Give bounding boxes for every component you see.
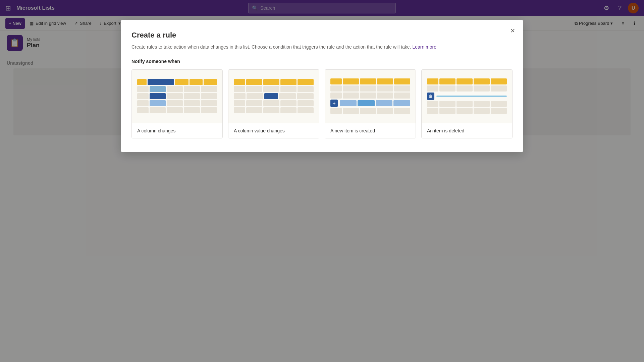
rule-card-2-label: A column value changes — [228, 123, 319, 138]
table-illus-4: 🗑 — [427, 78, 507, 115]
table-illus-2 — [234, 79, 314, 114]
create-rule-modal: ✕ Create a rule Create rules to take act… — [121, 20, 523, 152]
rule-card-4-label: An item is deleted — [422, 123, 512, 138]
rule-cards-container: A column changes — [131, 69, 513, 138]
modal-title: Create a rule — [131, 31, 513, 40]
notify-label: Notify someone when — [131, 59, 513, 64]
delete-icon: 🗑 — [427, 93, 434, 100]
table-illus-1 — [137, 79, 217, 114]
rule-card-4-preview: 🗑 — [422, 70, 512, 123]
new-item-plus-icon: + — [330, 100, 338, 107]
rule-card-column-value-changes[interactable]: A column value changes — [228, 69, 319, 138]
rule-card-3-label: A new item is created — [325, 123, 416, 138]
modal-close-button[interactable]: ✕ — [507, 25, 518, 36]
rule-card-column-changes[interactable]: A column changes — [131, 69, 223, 138]
table-illus-3: + — [330, 78, 410, 115]
rule-card-2-preview — [228, 70, 319, 123]
rule-card-1-preview — [132, 70, 222, 123]
modal-description: Create rules to take action when data ch… — [131, 44, 513, 51]
learn-more-link[interactable]: Learn more — [412, 44, 436, 50]
rule-card-new-item[interactable]: + — [325, 69, 416, 138]
modal-overlay: ✕ Create a rule Create rules to take act… — [0, 0, 644, 362]
rule-card-3-preview: + — [325, 70, 416, 123]
rule-card-1-label: A column changes — [132, 123, 222, 138]
rule-card-item-deleted[interactable]: 🗑 — [421, 69, 513, 138]
